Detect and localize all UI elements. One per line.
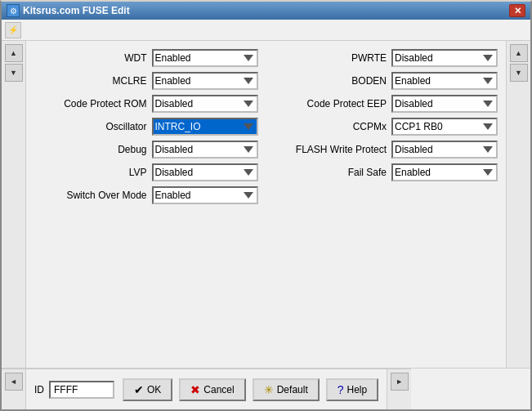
right-sidebar: ▲ ▼: [506, 41, 530, 368]
wdt-row: WDT Enabled Disabled: [34, 49, 258, 67]
main-window: ⚙ Kitsrus.com FUSE Edit ✕ ⚡ ▲ ▼ WDT: [0, 0, 532, 411]
id-input[interactable]: [49, 381, 114, 399]
cancel-label: Cancel: [203, 384, 234, 395]
main-content: ▲ ▼ WDT Enabled Disabled MCLRE: [2, 41, 530, 368]
bottom-left-btn[interactable]: ◄: [5, 373, 23, 391]
close-button[interactable]: ✕: [509, 4, 525, 17]
boden-select[interactable]: Enabled Disabled: [391, 72, 498, 90]
bottom-left-sidebar: ◄: [2, 369, 26, 409]
code-protect-eep-row: Code Protect EEP Enabled Disabled: [275, 95, 498, 113]
wdt-label: WDT: [98, 52, 147, 64]
oscillator-label: Oscillator: [98, 121, 147, 132]
default-icon: ✳: [264, 383, 274, 396]
debug-label: Debug: [98, 144, 147, 155]
pwrte-label: PWRTE: [338, 52, 387, 64]
form-grid: WDT Enabled Disabled MCLRE Enabled Disab…: [34, 49, 498, 360]
title-bar: ⚙ Kitsrus.com FUSE Edit ✕: [2, 2, 530, 20]
pwrte-select[interactable]: Enabled Disabled: [391, 49, 498, 67]
help-icon: ?: [338, 383, 344, 396]
code-protect-rom-row: Code Protect ROM Enabled Disabled: [34, 95, 258, 113]
ccpmx-label: CCPMx: [338, 121, 387, 132]
app-icon: ⚙: [7, 4, 20, 17]
fail-safe-row: Fail Safe Enabled Disabled: [275, 163, 498, 181]
fail-safe-select[interactable]: Enabled Disabled: [391, 163, 498, 181]
right-column: PWRTE Enabled Disabled BODEN Enabled Dis…: [275, 49, 498, 360]
title-bar-left: ⚙ Kitsrus.com FUSE Edit: [7, 4, 130, 17]
code-protect-rom-label: Code Protect ROM: [64, 98, 146, 109]
oscillator-row: Oscillator INTRC_IO INTRC XT HS EC LP: [34, 118, 258, 136]
flash-write-protect-row: FLASH Write Protect Enabled Disabled: [275, 141, 498, 159]
toolbar-icons: ⚡: [5, 22, 21, 38]
ok-label: OK: [147, 384, 161, 395]
boden-row: BODEN Enabled Disabled: [275, 72, 498, 90]
mclre-row: MCLRE Enabled Disabled: [34, 72, 258, 90]
switch-over-mode-label: Switch Over Mode: [66, 190, 146, 201]
pwrte-row: PWRTE Enabled Disabled: [275, 49, 498, 67]
id-section: ID: [34, 381, 114, 399]
mclre-select[interactable]: Enabled Disabled: [152, 72, 258, 90]
default-label: Default: [277, 384, 308, 395]
boden-label: BODEN: [338, 75, 387, 87]
lvp-label: LVP: [98, 167, 147, 178]
debug-select[interactable]: Enabled Disabled: [152, 141, 258, 159]
ccpmx-select[interactable]: CCP1 RB0 CCP1 RB3: [391, 118, 498, 136]
code-protect-eep-select[interactable]: Enabled Disabled: [391, 95, 498, 113]
oscillator-select[interactable]: INTRC_IO INTRC XT HS EC LP: [152, 118, 258, 136]
sidebar-scroll-up[interactable]: ▲: [5, 44, 23, 62]
ok-icon: ✔: [134, 383, 144, 396]
flash-write-protect-label: FLASH Write Protect: [296, 144, 387, 155]
toolbar-icon-1[interactable]: ⚡: [5, 22, 21, 38]
wdt-select[interactable]: Enabled Disabled: [152, 49, 258, 67]
id-label: ID: [34, 384, 44, 395]
right-sidebar-scroll-up[interactable]: ▲: [510, 44, 528, 62]
default-button[interactable]: ✳ Default: [253, 378, 320, 401]
code-protect-rom-select[interactable]: Enabled Disabled: [152, 95, 258, 113]
bottom-right-btn[interactable]: ►: [391, 373, 409, 391]
left-sidebar: ▲ ▼: [2, 41, 26, 368]
switch-over-mode-select[interactable]: Enabled Disabled: [152, 186, 258, 204]
lvp-row: LVP Enabled Disabled: [34, 163, 258, 181]
window-title: Kitsrus.com FUSE Edit: [23, 5, 130, 16]
bottom-right-sidebar: ►: [387, 369, 411, 409]
toolbar: ⚡: [2, 20, 530, 41]
bottom-area: ID ✔ OK ✖ Cancel ✳ Default ? Help: [26, 369, 387, 409]
bottom-wrapper: ◄ ID ✔ OK ✖ Cancel ✳ Default: [2, 368, 530, 409]
mclre-label: MCLRE: [98, 75, 147, 87]
flash-write-protect-select[interactable]: Enabled Disabled: [391, 141, 498, 159]
left-column: WDT Enabled Disabled MCLRE Enabled Disab…: [34, 49, 258, 360]
ok-button[interactable]: ✔ OK: [123, 378, 172, 401]
dialog-area: WDT Enabled Disabled MCLRE Enabled Disab…: [26, 41, 506, 368]
lvp-select[interactable]: Enabled Disabled: [152, 163, 258, 181]
cancel-button[interactable]: ✖ Cancel: [179, 378, 245, 401]
ccpmx-row: CCPMx CCP1 RB0 CCP1 RB3: [275, 118, 498, 136]
help-label: Help: [347, 384, 368, 395]
cancel-icon: ✖: [190, 383, 200, 396]
bottom-buttons: ✔ OK ✖ Cancel ✳ Default ? Help: [123, 378, 378, 401]
switch-over-mode-row: Switch Over Mode Enabled Disabled: [34, 186, 258, 204]
debug-row: Debug Enabled Disabled: [34, 141, 258, 159]
code-protect-eep-label: Code Protect EEP: [307, 98, 387, 109]
sidebar-scroll-down[interactable]: ▼: [5, 64, 23, 82]
fail-safe-label: Fail Safe: [338, 167, 387, 178]
right-sidebar-scroll-down[interactable]: ▼: [510, 64, 528, 82]
help-button[interactable]: ? Help: [326, 378, 378, 401]
